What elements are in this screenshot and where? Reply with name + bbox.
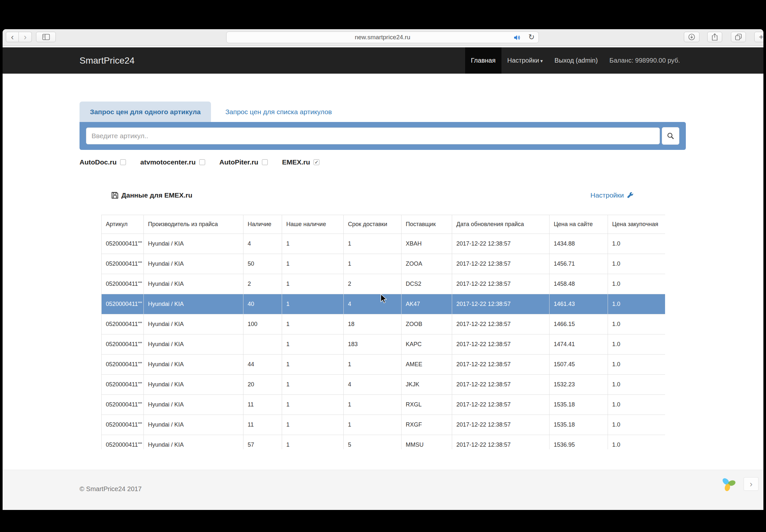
nav-item[interactable]: Настройки▾	[502, 47, 549, 74]
nav-item[interactable]: Выход (admin)	[549, 47, 603, 74]
browser-window: ‹ › new.smartprice24.ru ↻ + SmartPrice24…	[3, 29, 763, 510]
widget-next-button[interactable]: ›	[744, 477, 759, 491]
nav-item-label: Настройки	[507, 57, 539, 64]
table-cell: 11	[243, 415, 282, 435]
nav-item[interactable]: Главная	[465, 47, 502, 74]
tab[interactable]: Запрос цен для одного артикула	[79, 102, 211, 122]
table-row-highlighted[interactable]: 0520000411""Hyundai / KIA4014AK472017-12…	[102, 294, 665, 314]
table-cell: 1461.43	[550, 294, 608, 314]
table-cell: 0520000411""	[102, 294, 144, 314]
caret-down-icon: ▾	[541, 58, 543, 64]
column-header[interactable]: Поставщик	[402, 215, 452, 234]
table-cell: Hyundai / KIA	[144, 415, 243, 435]
brand-logo[interactable]: SmartPrice24	[79, 47, 135, 74]
article-search-input[interactable]	[86, 127, 660, 144]
reload-icon[interactable]: ↻	[529, 33, 535, 41]
table-cell: 1	[344, 415, 402, 435]
history-buttons: ‹ ›	[6, 32, 32, 42]
table-body: 0520000411""Hyundai / KIA411XBAH2017-12-…	[102, 234, 665, 450]
section-title: Данные для EMEX.ru	[111, 191, 192, 199]
table-cell: 50	[243, 254, 282, 274]
table-cell: 1535.18	[550, 415, 608, 435]
column-header[interactable]: Срок доставки	[344, 215, 402, 234]
table-cell: 11	[243, 395, 282, 415]
table-row[interactable]: 0520000411""Hyundai / KIA1111RXGF2017-12…	[102, 415, 665, 435]
tabs-icon	[735, 33, 742, 41]
table-row[interactable]: 0520000411""Hyundai / KIA1183KAPC2017-12…	[102, 334, 665, 355]
checkbox-unchecked[interactable]	[262, 159, 268, 165]
search-icon	[667, 132, 675, 140]
new-tab-button[interactable]: +	[754, 32, 763, 42]
column-header[interactable]: Наше наличие	[282, 215, 344, 234]
checkbox-unchecked[interactable]	[120, 159, 126, 165]
table-row[interactable]: 0520000411""Hyundai / KIA2014JKJK2017-12…	[102, 375, 665, 395]
source-label: AutoDoc.ru	[79, 158, 116, 166]
forward-icon: ›	[24, 32, 27, 42]
search-panel	[79, 122, 686, 150]
nav-item-label: Выход (admin)	[554, 57, 598, 64]
column-header[interactable]: Производитель из прайса	[144, 215, 243, 234]
results-table-wrap: АртикулПроизводитель из прайсаНаличиеНаш…	[101, 215, 665, 449]
table-cell: Hyundai / KIA	[144, 375, 243, 395]
forward-button[interactable]: ›	[19, 32, 32, 42]
table-row[interactable]: 0520000411""Hyundai / KIA5011ZOOA2017-12…	[102, 254, 665, 274]
table-cell: 1535.18	[550, 395, 608, 415]
chevron-right-icon: ›	[750, 479, 753, 489]
table-cell: 183	[344, 334, 402, 355]
tab[interactable]: Запрос цен для списка артикулов	[222, 102, 335, 122]
table-cell: 1	[282, 355, 344, 375]
table-cell: RXGF	[402, 415, 452, 435]
table-row[interactable]: 0520000411""Hyundai / KIA5715MMSU2017-12…	[102, 435, 665, 450]
source-item: EMEX.ru✓	[282, 158, 319, 166]
table-cell: 0520000411""	[102, 435, 144, 450]
tab-overview-button[interactable]	[731, 32, 746, 42]
table-cell: 0520000411""	[102, 415, 144, 435]
table-cell: 1	[282, 435, 344, 450]
column-header[interactable]: Наличие	[243, 215, 282, 234]
table-cell: 0520000411""	[102, 395, 144, 415]
table-cell: AMEE	[402, 355, 452, 375]
table-row[interactable]: 0520000411""Hyundai / KIA100118ZOOB2017-…	[102, 314, 665, 334]
table-cell	[243, 334, 282, 355]
table-row[interactable]: 0520000411""Hyundai / KIA212DCS22017-12-…	[102, 274, 665, 294]
table-row[interactable]: 0520000411""Hyundai / KIA1111RXGL2017-12…	[102, 395, 665, 415]
column-header[interactable]: Цена на сайте	[550, 215, 608, 234]
copyright-text: © SmartPrice24 2017	[79, 485, 142, 493]
column-header[interactable]: Дата обновления прайса	[452, 215, 550, 234]
table-cell: 1	[282, 375, 344, 395]
search-button[interactable]	[662, 127, 679, 145]
table-row[interactable]: 0520000411""Hyundai / KIA411XBAH2017-12-…	[102, 234, 665, 254]
table-cell: 0520000411""	[102, 355, 144, 375]
downloads-icon	[688, 33, 696, 41]
table-cell: RXGL	[402, 395, 452, 415]
sidebar-button[interactable]	[36, 32, 56, 42]
nav-item-label: Главная	[471, 57, 496, 64]
checkbox-checked[interactable]: ✓	[313, 159, 319, 165]
downloads-button[interactable]	[684, 32, 699, 42]
table-cell: 1	[282, 334, 344, 355]
emex-settings-link[interactable]: Настройки	[590, 191, 634, 199]
table-cell: 2	[243, 274, 282, 294]
table-cell: 1	[282, 395, 344, 415]
table-cell: 1.0	[608, 254, 665, 274]
table-cell: 1	[282, 254, 344, 274]
source-item: AutoDoc.ru	[79, 158, 126, 166]
table-cell: 20	[243, 375, 282, 395]
column-header[interactable]: Цена закупочная	[608, 215, 665, 234]
url-text: new.smartprice24.ru	[226, 32, 539, 43]
address-bar[interactable]: new.smartprice24.ru ↻	[226, 31, 539, 43]
table-cell: 2017-12-22 12:38:57	[452, 294, 550, 314]
share-icon	[711, 33, 718, 41]
share-button[interactable]	[707, 32, 722, 42]
audio-mute-icon[interactable]	[513, 34, 521, 42]
back-button[interactable]: ‹	[6, 32, 19, 42]
table-cell: 2017-12-22 12:38:57	[452, 395, 550, 415]
table-row[interactable]: 0520000411""Hyundai / KIA4411AMEE2017-12…	[102, 355, 665, 375]
tab-label: Запрос цен для одного артикула	[90, 108, 201, 115]
table-cell: 2017-12-22 12:38:57	[452, 254, 550, 274]
table-cell: 0520000411""	[102, 234, 144, 254]
column-header[interactable]: Артикул	[102, 215, 144, 234]
table-cell: 2	[344, 274, 402, 294]
checkbox-unchecked[interactable]	[199, 159, 205, 165]
table-cell: 57	[243, 435, 282, 450]
